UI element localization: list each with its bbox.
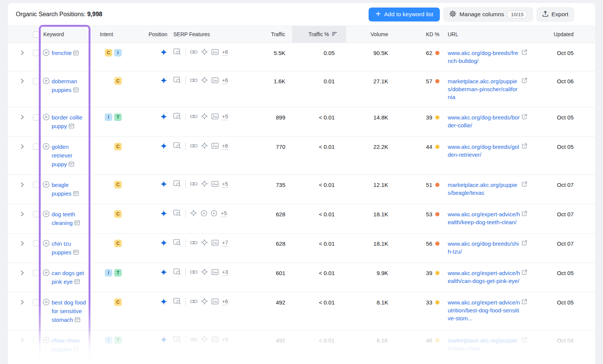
external-link-icon[interactable] bbox=[522, 78, 527, 84]
external-link-icon[interactable] bbox=[522, 114, 527, 121]
serp-features-more-link[interactable]: +6 bbox=[222, 143, 228, 150]
manage-columns-button[interactable]: Manage columns 10/15 bbox=[444, 8, 533, 21]
expand-row-button[interactable] bbox=[20, 115, 24, 121]
expand-row-button[interactable] bbox=[20, 78, 24, 85]
serp-snapshot-icon[interactable] bbox=[72, 190, 79, 197]
column-header-intent[interactable]: Intent bbox=[95, 31, 125, 37]
serp-features-more-link[interactable]: +5 bbox=[222, 336, 228, 343]
external-link-icon[interactable] bbox=[522, 240, 527, 247]
add-keyword-icon[interactable] bbox=[43, 113, 50, 130]
url-link[interactable]: marketplace.akc.org/puppies/chow-chow bbox=[448, 336, 520, 352]
expand-row-button[interactable] bbox=[20, 211, 24, 218]
add-keyword-icon[interactable] bbox=[43, 210, 50, 227]
column-header-updated[interactable]: Updated bbox=[536, 31, 582, 37]
url-link[interactable]: www.akc.org/expert-advice/health/keep-do… bbox=[448, 210, 520, 226]
export-button[interactable]: Export bbox=[537, 8, 574, 21]
serp-snapshot-icon[interactable] bbox=[72, 346, 79, 352]
column-header-volume[interactable]: Volume bbox=[346, 31, 395, 37]
column-header-kd[interactable]: KD % bbox=[395, 31, 448, 37]
column-header-traffic-percent[interactable]: Traffic % bbox=[292, 26, 346, 43]
add-keyword-icon[interactable] bbox=[43, 240, 50, 257]
url-link[interactable]: www.akc.org/expert-advice/nutrition/best… bbox=[448, 298, 520, 322]
serp-preview-icon[interactable] bbox=[173, 268, 181, 277]
serp-preview-icon[interactable] bbox=[173, 336, 181, 344]
serp-preview-icon[interactable] bbox=[173, 113, 181, 121]
row-checkbox[interactable] bbox=[33, 182, 39, 188]
column-header-traffic[interactable]: Traffic bbox=[240, 31, 292, 37]
expand-row-button[interactable] bbox=[20, 144, 24, 150]
expand-row-button[interactable] bbox=[20, 50, 24, 57]
row-checkbox[interactable] bbox=[33, 78, 39, 84]
keyword-link[interactable]: beagle puppies bbox=[52, 182, 72, 197]
serp-features-more-link[interactable]: +6 bbox=[222, 77, 228, 84]
external-link-icon[interactable] bbox=[522, 143, 527, 150]
serp-features-more-link[interactable]: +6 bbox=[222, 49, 228, 56]
add-keyword-icon[interactable] bbox=[43, 298, 50, 324]
url-link[interactable]: www.akc.org/expert-advice/health/can-dog… bbox=[448, 269, 520, 285]
row-checkbox[interactable] bbox=[33, 299, 39, 306]
url-link[interactable]: marketplace.akc.org/puppies/doberman-pin… bbox=[448, 77, 520, 101]
row-checkbox[interactable] bbox=[33, 50, 39, 56]
serp-snapshot-icon[interactable] bbox=[73, 317, 80, 323]
table-row: best dog food for sensitive stomach C +6… bbox=[8, 292, 595, 330]
serp-snapshot-icon[interactable] bbox=[67, 161, 74, 167]
add-keyword-icon[interactable] bbox=[43, 181, 50, 198]
url-link[interactable]: marketplace.akc.org/puppies/beagle/texas bbox=[448, 181, 520, 197]
expand-row-button[interactable] bbox=[20, 241, 24, 247]
url-link[interactable]: www.akc.org/dog-breeds/border-collie/ bbox=[448, 113, 520, 129]
expand-row-button[interactable] bbox=[20, 270, 24, 277]
add-keyword-icon[interactable] bbox=[43, 269, 50, 286]
row-checkbox[interactable] bbox=[33, 270, 39, 276]
external-link-icon[interactable] bbox=[522, 299, 527, 306]
column-header-keyword[interactable]: Keyword bbox=[43, 31, 95, 37]
serp-snapshot-icon[interactable] bbox=[73, 220, 80, 226]
select-all-checkbox[interactable] bbox=[33, 31, 39, 38]
serp-features-more-link[interactable]: +5 bbox=[222, 181, 228, 188]
add-keyword-icon[interactable] bbox=[43, 143, 50, 168]
serp-features-more-link[interactable]: +5 bbox=[222, 113, 228, 120]
row-checkbox[interactable] bbox=[33, 114, 39, 121]
serp-preview-icon[interactable] bbox=[173, 48, 181, 57]
column-header-serp-features[interactable]: SERP Features bbox=[173, 31, 240, 37]
row-checkbox[interactable] bbox=[33, 240, 39, 247]
column-header-url[interactable]: URL bbox=[448, 31, 536, 37]
add-to-keyword-list-button[interactable]: Add to keyword list bbox=[369, 8, 440, 21]
row-checkbox[interactable] bbox=[33, 211, 39, 217]
keyword-link[interactable]: dog teeth cleaning bbox=[52, 211, 75, 226]
external-link-icon[interactable] bbox=[522, 211, 527, 217]
external-link-icon[interactable] bbox=[522, 49, 527, 56]
add-keyword-icon[interactable] bbox=[43, 336, 50, 353]
serp-snapshot-icon[interactable] bbox=[72, 50, 79, 56]
external-link-icon[interactable] bbox=[522, 269, 527, 276]
serp-preview-icon[interactable] bbox=[173, 239, 181, 247]
serp-snapshot-icon[interactable] bbox=[72, 87, 79, 93]
serp-features-more-link[interactable]: +5 bbox=[221, 210, 227, 217]
serp-preview-icon[interactable] bbox=[173, 180, 181, 188]
serp-snapshot-icon[interactable] bbox=[73, 278, 80, 285]
url-link[interactable]: www.akc.org/dog-breeds/shih-tzu/ bbox=[448, 240, 520, 255]
keyword-link[interactable]: best dog food for sensitive stomach bbox=[52, 299, 86, 323]
add-keyword-icon[interactable] bbox=[43, 77, 50, 94]
url-link[interactable]: www.akc.org/dog-breeds/golden-retriever/ bbox=[448, 143, 520, 159]
serp-snapshot-icon[interactable] bbox=[67, 123, 74, 129]
serp-preview-icon[interactable] bbox=[173, 298, 181, 306]
expand-row-button[interactable] bbox=[20, 300, 24, 306]
serp-features-more-link[interactable]: +3 bbox=[222, 269, 228, 276]
url-link[interactable]: www.akc.org/dog-breeds/french-bulldog/ bbox=[448, 49, 520, 65]
serp-preview-icon[interactable] bbox=[173, 210, 181, 218]
serp-features-more-link[interactable]: +6 bbox=[222, 298, 228, 305]
serp-features-more-link[interactable]: +7 bbox=[222, 240, 228, 246]
external-link-icon[interactable] bbox=[522, 337, 527, 344]
serp-preview-icon[interactable] bbox=[173, 142, 181, 150]
row-checkbox[interactable] bbox=[33, 144, 39, 150]
row-checkbox[interactable] bbox=[33, 337, 39, 344]
external-link-icon[interactable] bbox=[522, 181, 527, 188]
keyword-link[interactable]: chin tzu puppies bbox=[52, 240, 72, 255]
serp-snapshot-icon[interactable] bbox=[72, 249, 79, 255]
expand-row-button[interactable] bbox=[20, 338, 24, 344]
add-keyword-icon[interactable] bbox=[43, 49, 50, 57]
serp-preview-icon[interactable] bbox=[173, 76, 181, 85]
keyword-link[interactable]: frenchie bbox=[52, 50, 72, 56]
expand-row-button[interactable] bbox=[20, 182, 24, 188]
column-header-position[interactable]: Position bbox=[125, 31, 173, 37]
